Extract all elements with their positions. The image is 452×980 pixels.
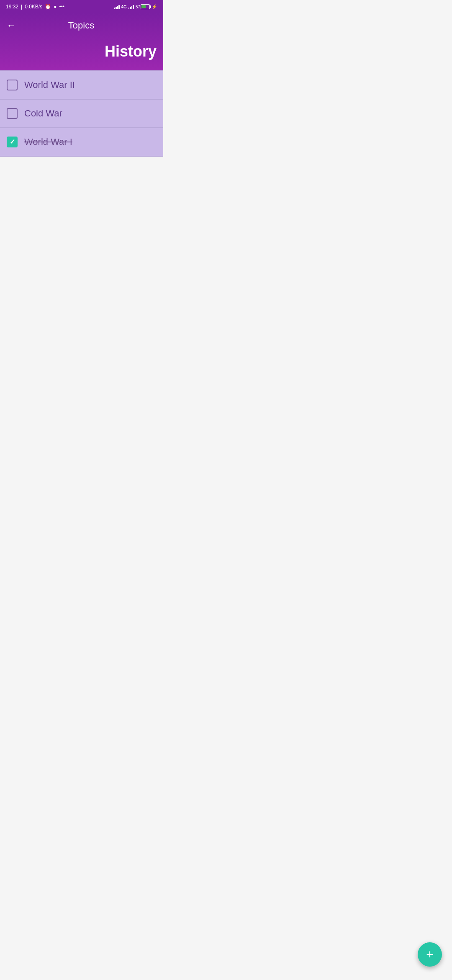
alarm-icon: ⏰ [45,4,51,10]
battery-indicator: 57 [136,4,150,9]
whatsapp-icon: ● [54,4,56,10]
charging-icon: ⚡ [152,4,157,10]
signal-bars-1 [114,4,120,9]
time-display: 19:32 [6,4,18,10]
topic-label-2: Cold War [24,108,62,119]
list-item[interactable]: World War I [0,128,163,157]
header: ← Topics History [0,13,163,70]
battery-box [141,4,150,9]
status-bar-left: 19:32 | 0.0KB/s ⏰ ● ••• [6,4,64,10]
back-arrow-icon: ← [7,20,16,31]
topic-label-3: World War I [24,137,72,147]
list-item[interactable]: World War II [0,70,163,100]
page-title: Topics [19,20,143,31]
more-icon: ••• [59,4,64,10]
battery-fill [141,5,146,8]
list-item[interactable]: Cold War [0,100,163,128]
network-speed-value: 0.0KB/s [25,4,42,10]
back-button[interactable]: ← [7,18,19,33]
network-type: 4G [121,5,127,9]
header-top: ← Topics [7,13,157,36]
topic-list: World War IICold WarWorld War I [0,70,163,157]
signal-bars-2 [128,4,134,9]
subject-title: History [7,36,157,60]
status-bar: 19:32 | 0.0KB/s ⏰ ● ••• 4G 57 ⚡ [0,0,163,13]
battery-percent: 57 [136,5,140,9]
checkbox-2[interactable] [7,108,18,119]
network-speed: | [21,4,22,10]
content-area [0,157,163,366]
checkbox-3[interactable] [7,137,18,147]
topic-label-1: World War II [24,80,75,90]
checkbox-1[interactable] [7,80,18,90]
status-bar-right: 4G 57 ⚡ [114,4,157,10]
